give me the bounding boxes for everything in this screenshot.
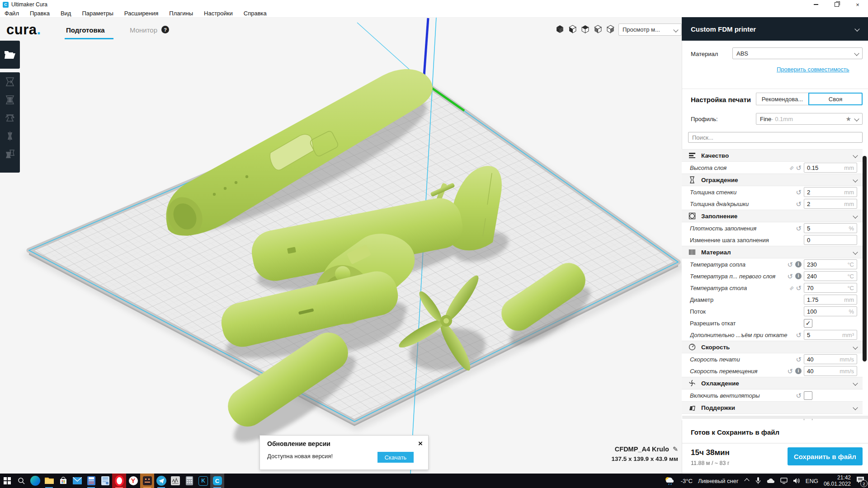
section-walls[interactable]: Ограждение — [682, 174, 863, 186]
star-icon[interactable]: ★ — [845, 115, 851, 122]
mirror-tool-icon[interactable] — [4, 130, 16, 142]
revert-icon[interactable]: ↺ — [796, 356, 802, 363]
taskbar-clock[interactable]: 21:42 06.01.2022 — [824, 474, 851, 487]
network-icon[interactable] — [780, 478, 788, 484]
section-cooling[interactable]: Охлаждение — [682, 377, 863, 389]
menu-edit[interactable]: Правка — [30, 10, 50, 17]
language-indicator[interactable]: ENG — [806, 478, 818, 484]
revert-icon[interactable]: ↺ — [796, 201, 802, 207]
taskbar-yandex-icon[interactable]: Y — [126, 474, 140, 488]
revert-icon[interactable]: ↺ — [796, 225, 802, 232]
value-field[interactable]: 240°C — [804, 271, 857, 281]
setting-row-diameter[interactable]: Диаметр 1.75mm — [682, 294, 863, 305]
revert-icon[interactable]: ↺ — [796, 164, 802, 171]
setting-row-enable-retraction[interactable]: Разрешить откат ✓ — [682, 317, 863, 329]
tab-prepare[interactable]: Подготовка — [66, 26, 105, 34]
info-icon[interactable]: i — [795, 273, 802, 279]
section-speed[interactable]: Скорость — [682, 341, 863, 353]
view-right-icon[interactable] — [606, 25, 615, 33]
taskbar-calculator-icon[interactable] — [182, 474, 196, 488]
weather-temp[interactable]: -3°C — [681, 478, 693, 484]
value-field[interactable]: 70°C — [804, 283, 857, 293]
value-field[interactable]: 2mm — [804, 199, 857, 209]
value-field[interactable]: 0 — [804, 235, 857, 245]
setting-row-infill-density[interactable]: Плотность заполнения ↺ 5% — [682, 222, 863, 234]
setting-row-nozzle-temp[interactable]: Температура сопла ↺ i 230°C — [682, 258, 863, 270]
menu-view[interactable]: Вид — [61, 10, 71, 17]
value-field[interactable]: 40mm/s — [804, 354, 857, 364]
taskbar-notes-icon[interactable] — [98, 474, 112, 488]
scale-tool-icon[interactable] — [4, 94, 16, 106]
section-material[interactable]: Материал — [682, 246, 863, 258]
notification-center-icon[interactable]: 2 — [856, 476, 864, 485]
value-field[interactable]: 100% — [804, 306, 857, 316]
section-support[interactable]: Поддержки — [682, 401, 863, 414]
info-icon[interactable]: i — [795, 261, 802, 267]
checkbox-checked[interactable]: ✓ — [804, 319, 812, 328]
search-input[interactable] — [688, 132, 863, 143]
weather-condition[interactable]: Ливневый снег — [698, 478, 739, 484]
setting-row-print-speed[interactable]: Скорость печати ↺ 40mm/s — [682, 353, 863, 365]
revert-icon[interactable]: ↺ — [796, 285, 802, 291]
revert-icon[interactable]: ↺ — [787, 261, 793, 268]
taskbar-edge-icon[interactable] — [28, 474, 42, 488]
restore-button[interactable] — [826, 0, 847, 9]
taskbar-telegram-icon[interactable] — [154, 474, 168, 488]
revert-icon[interactable]: ↺ — [796, 189, 802, 196]
view-3d-icon[interactable] — [556, 25, 564, 33]
view-top-icon[interactable] — [581, 25, 590, 33]
close-icon[interactable]: × — [418, 439, 423, 448]
start-button[interactable] — [0, 474, 14, 488]
minimize-button[interactable] — [806, 0, 826, 9]
setting-row-wall-thickness[interactable]: Толщина стенки ↺ 2mm — [682, 186, 863, 198]
material-dropdown[interactable]: ABS — [732, 47, 863, 59]
value-field[interactable]: 2mm — [804, 187, 857, 197]
profile-dropdown[interactable]: Fine - 0.1mm ★ — [756, 113, 863, 125]
taskbar-kompas-icon[interactable]: K — [196, 474, 210, 488]
microphone-icon[interactable] — [755, 477, 761, 484]
taskbar-audio-app-icon[interactable] — [168, 474, 182, 488]
help-icon[interactable]: ? — [161, 26, 169, 33]
value-field[interactable]: 0.15mm — [804, 163, 857, 173]
revert-icon[interactable]: ↺ — [796, 332, 802, 338]
taskbar-store-icon[interactable] — [56, 474, 70, 488]
revert-icon[interactable]: ↺ — [787, 368, 793, 375]
taskbar-retro-app-icon[interactable] — [140, 474, 154, 488]
printer-selector[interactable]: Custom FDM printer — [682, 17, 868, 41]
menu-plugins[interactable]: Плагины — [169, 10, 193, 17]
taskbar-opera-icon[interactable] — [112, 474, 126, 488]
open-file-button[interactable] — [0, 41, 20, 69]
tab-custom[interactable]: Своя — [808, 93, 863, 105]
menu-file[interactable]: Файл — [5, 10, 19, 17]
tab-monitor[interactable]: Монитор — [130, 26, 157, 34]
section-infill[interactable]: Заполнение — [682, 210, 863, 222]
view-front-icon[interactable] — [568, 25, 577, 33]
value-field[interactable]: 230°C — [804, 259, 857, 269]
checkbox-unchecked[interactable] — [804, 391, 812, 400]
move-tool-icon[interactable] — [4, 76, 16, 88]
volume-icon[interactable] — [793, 478, 800, 484]
per-model-settings-icon[interactable] — [4, 148, 16, 160]
menu-preferences[interactable]: Настройки — [204, 10, 233, 17]
rename-pencil-icon[interactable]: ✎ — [673, 446, 678, 453]
menu-help[interactable]: Справка — [244, 10, 267, 17]
section-quality[interactable]: Качество — [682, 149, 863, 162]
tray-expand-icon[interactable] — [744, 478, 749, 483]
view-mode-dropdown[interactable]: Просмотр м... — [618, 23, 682, 36]
info-icon[interactable]: i — [795, 368, 802, 374]
setting-row-travel-speed[interactable]: Скорость перемещения ↺ i 40mm/s — [682, 365, 863, 377]
close-button[interactable]: × — [847, 0, 868, 9]
value-field[interactable]: 5mm³ — [804, 330, 857, 340]
value-field[interactable]: 5% — [804, 223, 857, 233]
setting-row-infill-step[interactable]: Изменение шага заполнения 0 — [682, 234, 863, 246]
weather-icon[interactable] — [665, 476, 675, 485]
save-to-file-button[interactable]: Сохранить в файл — [788, 447, 863, 465]
taskbar-search-button[interactable] — [14, 474, 28, 488]
taskbar-mail-icon[interactable] — [70, 474, 84, 488]
download-button[interactable]: Скачать — [377, 452, 414, 463]
value-field[interactable]: 1.75mm — [804, 295, 857, 305]
viewport-3d-scene[interactable] — [0, 17, 682, 474]
value-field[interactable]: 40mm/s — [804, 366, 857, 376]
revert-icon[interactable]: ↺ — [787, 273, 793, 280]
setting-row-enable-fans[interactable]: Включить вентиляторы ↺ — [682, 389, 863, 401]
